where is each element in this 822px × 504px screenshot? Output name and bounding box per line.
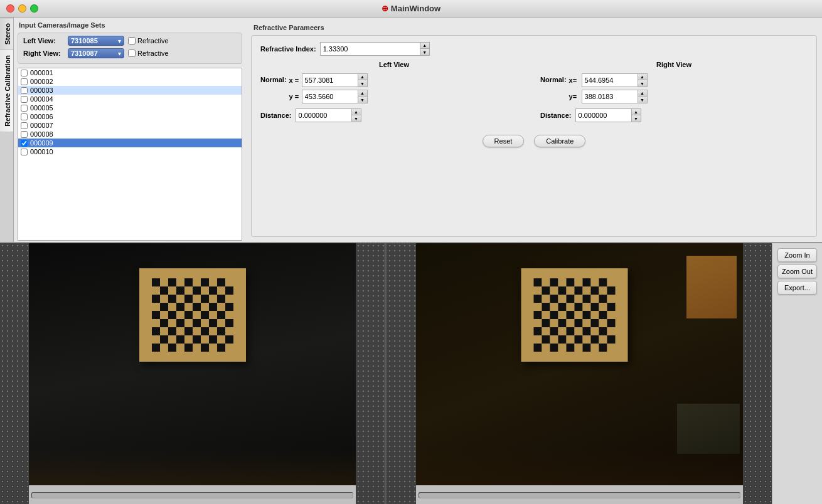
sidebar-buttons: Zoom In Zoom Out Export...: [772, 243, 822, 504]
left-x-row: x = ▲ ▼: [289, 73, 368, 87]
left-refractive-check[interactable]: [128, 37, 136, 45]
right-view-row: Right View: 7310087 ▾ Refractive: [23, 48, 237, 58]
left-x-input[interactable]: [302, 73, 358, 87]
right-normal-fields: x= ▲ ▼: [569, 73, 648, 103]
left-view-refractive-checkbox[interactable]: Refractive: [128, 37, 169, 45]
right-x-input[interactable]: [582, 73, 638, 87]
right-view-column: Right View Normal: x= ▲: [540, 61, 808, 127]
bottom-area: Zoom In Zoom Out Export...: [0, 243, 822, 504]
image-list[interactable]: 000001 000002 000003 000004 000005 00000…: [18, 68, 242, 241]
right-y-up[interactable]: ▲: [638, 90, 647, 97]
right-distance-up[interactable]: ▲: [632, 109, 641, 115]
list-item[interactable]: 000002: [18, 77, 242, 86]
right-distance-input[interactable]: [575, 108, 632, 122]
left-calibration-board: [139, 268, 246, 362]
left-distance-input[interactable]: [296, 108, 352, 122]
left-y-label: y =: [289, 93, 299, 100]
list-item[interactable]: 000005: [18, 103, 242, 112]
tab-stereo[interactable]: Stereo: [0, 18, 13, 50]
left-view-arrow-icon: ▾: [118, 38, 121, 45]
right-scrollbar-track: [419, 492, 740, 498]
reset-button[interactable]: Reset: [483, 135, 525, 147]
left-x-input-container: ▲ ▼: [302, 73, 368, 87]
right-checker-grid: [533, 278, 615, 352]
left-checker-grid: [152, 278, 233, 352]
left-distance-down[interactable]: ▼: [352, 115, 361, 122]
right-view-refractive-checkbox[interactable]: Refractive: [128, 50, 169, 57]
zoom-out-button[interactable]: Zoom Out: [777, 265, 817, 278]
list-item[interactable]: 000007: [18, 121, 242, 130]
right-scrollbar[interactable]: [416, 485, 743, 504]
window-title: ⊕ MainWindow: [382, 4, 440, 13]
app-icon: ⊕: [382, 4, 388, 13]
left-scrollbar[interactable]: [29, 485, 356, 504]
refractive-index-down[interactable]: ▼: [420, 49, 429, 55]
calibrate-button[interactable]: Calibrate: [534, 135, 585, 147]
vertical-tabs: Stereo Refractive Calibration: [0, 18, 14, 242]
refractive-params-label: Refractive Parameers: [248, 20, 819, 33]
left-x-up[interactable]: ▲: [358, 74, 367, 80]
right-camera-view: [387, 243, 772, 504]
right-camera-image: [416, 243, 743, 485]
right-x-input-container: ▲ ▼: [582, 73, 648, 87]
list-item[interactable]: 000006: [18, 112, 242, 121]
list-item-selected[interactable]: 000009: [18, 139, 242, 147]
zoom-in-button[interactable]: Zoom In: [777, 248, 817, 262]
list-item[interactable]: 000004: [18, 95, 242, 103]
list-item[interactable]: 000001: [18, 68, 242, 77]
left-y-input[interactable]: [302, 90, 358, 103]
right-dot-pattern: [743, 243, 772, 504]
left-scrollbar-track: [31, 492, 353, 498]
right-distance-row: Distance: ▲ ▼: [540, 108, 808, 122]
right-y-down[interactable]: ▼: [638, 97, 647, 103]
params-columns: Left View Normal: x = ▲: [260, 61, 808, 127]
right-x-up[interactable]: ▲: [638, 74, 647, 80]
left-x-label: x =: [289, 76, 299, 84]
right-x-label: x=: [569, 76, 579, 84]
refractive-index-input[interactable]: [320, 42, 420, 56]
tab-refractive-calibration[interactable]: Refractive Calibration: [0, 50, 13, 132]
right-view-arrow-icon: ▾: [118, 50, 121, 57]
right-distance-down[interactable]: ▼: [632, 115, 641, 122]
left-distance-input-container: ▲ ▼: [296, 108, 361, 122]
left-view-value: 7310085: [71, 37, 115, 45]
export-button[interactable]: Export...: [777, 281, 817, 295]
left-x-down[interactable]: ▼: [358, 80, 367, 87]
camera-section: Left View: 7310085 ▾ Refractive Right Vi…: [18, 33, 242, 64]
left-view-column: Left View Normal: x = ▲: [260, 61, 528, 127]
list-item[interactable]: 000003: [18, 86, 242, 95]
top-panel: Stereo Refractive Calibration Input Came…: [0, 18, 822, 243]
close-button[interactable]: [6, 4, 14, 13]
right-view-col-title: Right View: [540, 61, 808, 68]
right-x-spinner: ▲ ▼: [638, 73, 648, 87]
list-item[interactable]: 000010: [18, 147, 242, 156]
left-y-down[interactable]: ▼: [358, 97, 367, 103]
titlebar: ⊕ MainWindow: [0, 0, 822, 18]
left-view-dropdown[interactable]: 7310085 ▾: [68, 36, 124, 46]
maximize-button[interactable]: [30, 4, 38, 13]
list-item[interactable]: 000008: [18, 130, 242, 139]
right-y-input[interactable]: [582, 90, 638, 103]
left-refractive-label: Refractive: [137, 37, 169, 45]
left-normal-label: Normal:: [260, 76, 287, 83]
right-refractive-label: Refractive: [137, 50, 169, 57]
refractive-index-label: Refractive Index:: [260, 45, 316, 53]
left-view-label: Left View:: [23, 37, 64, 45]
refractive-index-input-container: ▲ ▼: [320, 42, 430, 56]
main-window: Stereo Refractive Calibration Input Came…: [0, 18, 822, 504]
left-camera-view: [0, 243, 385, 504]
right-x-down[interactable]: ▼: [638, 80, 647, 87]
right-view-dropdown[interactable]: 7310087 ▾: [68, 48, 124, 58]
right-floor-reflection: [416, 448, 743, 485]
minimize-button[interactable]: [18, 4, 26, 13]
right-refractive-check[interactable]: [128, 50, 136, 57]
titlebar-buttons: [6, 4, 38, 13]
params-section: Refractive Index: ▲ ▼ Left View: [251, 35, 817, 237]
left-normal-fields: x = ▲ ▼: [289, 73, 368, 103]
left-distance-up[interactable]: ▲: [352, 109, 361, 115]
left-y-up[interactable]: ▲: [358, 90, 367, 97]
right-y-label: y=: [569, 93, 579, 100]
left-dot-pattern: [0, 243, 29, 504]
refractive-index-up[interactable]: ▲: [420, 43, 429, 49]
left-y-spinner: ▲ ▼: [358, 90, 368, 103]
